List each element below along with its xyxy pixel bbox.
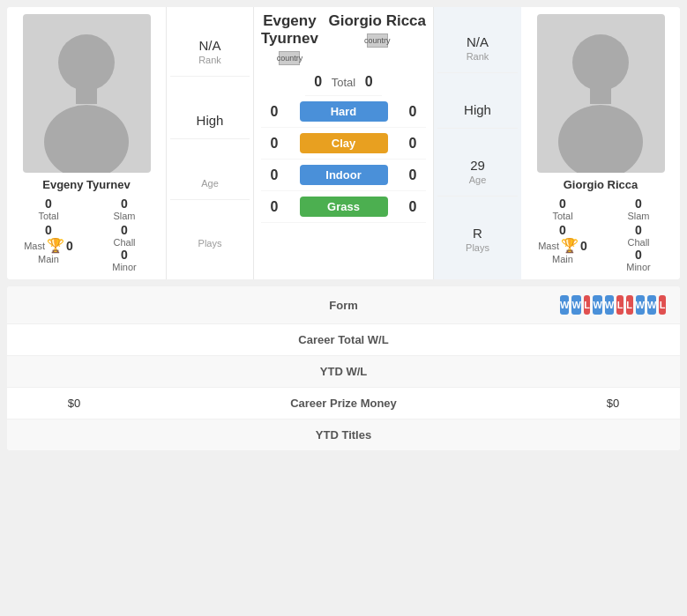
- form-badge-l: L: [616, 295, 624, 315]
- right-country-img: country: [367, 33, 388, 48]
- indoor-left: 0: [261, 167, 287, 183]
- hard-row: 0 Hard 0: [261, 96, 426, 128]
- left-header-name: EvgenyTyurnev: [261, 12, 318, 48]
- form-badges-container: WWLWWLLWWL: [560, 295, 666, 315]
- surface-rows: 0 Hard 0 0 Clay 0 0 Indoor 0 0 Grass: [261, 96, 426, 279]
- hard-left: 0: [261, 104, 287, 120]
- right-country: country: [367, 33, 388, 48]
- left-prize: $0: [21, 397, 127, 410]
- grass-badge: Grass: [300, 197, 388, 217]
- ytd-wl-row: YTD W/L: [7, 356, 680, 388]
- left-plays-label: Plays: [170, 238, 250, 249]
- left-plays-item: Plays: [170, 226, 250, 259]
- left-player-avatar: [23, 14, 151, 173]
- right-info-panel: N/A Rank High 29 Age R Plays: [433, 7, 521, 279]
- ytd-wl-label: YTD W/L: [127, 365, 560, 378]
- total-row: 0 Total 0: [305, 69, 382, 96]
- total-left-score: 0: [305, 74, 332, 90]
- form-badge-l: L: [626, 295, 633, 315]
- svg-point-3: [572, 34, 629, 91]
- form-label: Form: [127, 299, 560, 312]
- right-high-item: High: [437, 92, 518, 129]
- right-total-block: 0 Total: [528, 197, 597, 221]
- right-rank-value: N/A: [437, 34, 518, 49]
- right-player-card: Giorgio Ricca 0 Total 0 Slam 0 Mast 🏆 0: [521, 7, 680, 279]
- left-age-label: Age: [170, 178, 250, 189]
- right-age-label: Age: [437, 174, 518, 185]
- comparison-section: Evgeny Tyurnev 0 Total 0 Slam 0 Mast 🏆 0: [7, 7, 680, 279]
- left-header-block: EvgenyTyurnev country: [261, 12, 318, 65]
- form-badge-w: W: [636, 295, 645, 315]
- right-plays-item: R Plays: [437, 215, 518, 263]
- right-header-block: Giorgio Ricca country: [328, 12, 426, 65]
- right-plays-label: Plays: [437, 242, 518, 253]
- right-age-item: 29 Age: [437, 147, 518, 197]
- left-country-img: country: [279, 51, 300, 65]
- right-rank-label: Rank: [437, 51, 518, 62]
- svg-rect-2: [76, 86, 97, 104]
- grass-left: 0: [261, 199, 287, 215]
- prize-row: $0 Career Prize Money $0: [7, 388, 680, 419]
- left-slam-value: 0 Slam: [90, 197, 159, 221]
- right-player-avatar: [537, 14, 665, 173]
- main-container: Evgeny Tyurnev 0 Total 0 Slam 0 Mast 🏆 0: [0, 0, 687, 457]
- right-chall-block: 0 Chall 0 Minor: [604, 223, 673, 272]
- form-badge-l: L: [584, 295, 591, 315]
- right-header-name: Giorgio Ricca: [328, 12, 426, 30]
- clay-row: 0 Clay 0: [261, 128, 426, 160]
- form-badges: WWLWWLLWWL: [560, 295, 666, 315]
- form-badge-w: W: [647, 295, 656, 315]
- left-rank-label: Rank: [170, 55, 250, 65]
- left-total-value: 0 Total: [14, 197, 83, 221]
- clay-left: 0: [261, 136, 287, 152]
- indoor-row: 0 Indoor 0: [261, 160, 426, 191]
- left-chall-value: 0 Chall 0 Minor: [90, 223, 159, 272]
- svg-rect-5: [590, 86, 611, 104]
- form-badge-w: W: [593, 295, 601, 315]
- right-player-name: Giorgio Ricca: [564, 178, 638, 191]
- form-badge-w: W: [560, 295, 569, 315]
- form-badge-w: W: [571, 295, 580, 315]
- ytd-titles-row: YTD Titles: [7, 419, 680, 450]
- career-total-row: Career Total W/L: [7, 324, 680, 356]
- form-row: Form WWLWWLLWWL: [7, 286, 680, 324]
- left-country: country: [279, 51, 300, 65]
- right-slam-block: 0 Slam: [604, 197, 673, 221]
- hard-right: 0: [400, 104, 426, 120]
- svg-point-0: [58, 34, 115, 91]
- bottom-section: Form WWLWWLLWWL Career Total W/L YTD W/L…: [7, 286, 680, 450]
- grass-right: 0: [400, 199, 426, 215]
- career-total-label: Career Total W/L: [127, 333, 560, 346]
- prize-label: Career Prize Money: [127, 397, 560, 410]
- indoor-right: 0: [400, 167, 426, 183]
- left-high-value: High: [170, 113, 250, 128]
- form-badge-w: W: [605, 295, 614, 315]
- svg-point-1: [44, 105, 129, 173]
- right-high-value: High: [437, 102, 518, 117]
- right-trophy-icon: 🏆: [561, 237, 579, 254]
- left-high-item: High: [170, 102, 250, 139]
- right-mast-block: 0 Mast 🏆 0 Main: [528, 223, 597, 272]
- hard-badge: Hard: [300, 101, 388, 122]
- left-player-card: Evgeny Tyurnev 0 Total 0 Slam 0 Mast 🏆 0: [7, 7, 166, 279]
- form-badge-l: L: [659, 295, 666, 315]
- left-age-item: Age: [170, 166, 250, 200]
- left-mast-value: 0 Mast 🏆 0 Main: [14, 223, 83, 272]
- left-player-name: Evgeny Tyurnev: [42, 178, 130, 191]
- total-center-label: Total: [332, 76, 355, 89]
- clay-right: 0: [400, 136, 426, 152]
- center-section: EvgenyTyurnev country Giorgio Ricca coun…: [254, 7, 433, 279]
- right-rank-item: N/A Rank: [437, 24, 518, 73]
- svg-point-4: [558, 105, 643, 173]
- right-prize: $0: [560, 397, 666, 410]
- ytd-titles-label: YTD Titles: [127, 428, 560, 442]
- right-stats-grid: 0 Total 0 Slam 0 Mast 🏆 0 Main: [528, 197, 673, 272]
- right-age-value: 29: [437, 158, 518, 173]
- grass-row: 0 Grass 0: [261, 191, 426, 223]
- left-stats-grid: 0 Total 0 Slam 0 Mast 🏆 0 Main: [14, 197, 159, 272]
- left-rank-item: N/A Rank: [170, 27, 250, 77]
- total-right-score: 0: [355, 74, 382, 90]
- left-info-panel: N/A Rank High Age Plays: [166, 7, 254, 279]
- left-rank-value: N/A: [170, 38, 250, 53]
- indoor-badge: Indoor: [300, 165, 388, 185]
